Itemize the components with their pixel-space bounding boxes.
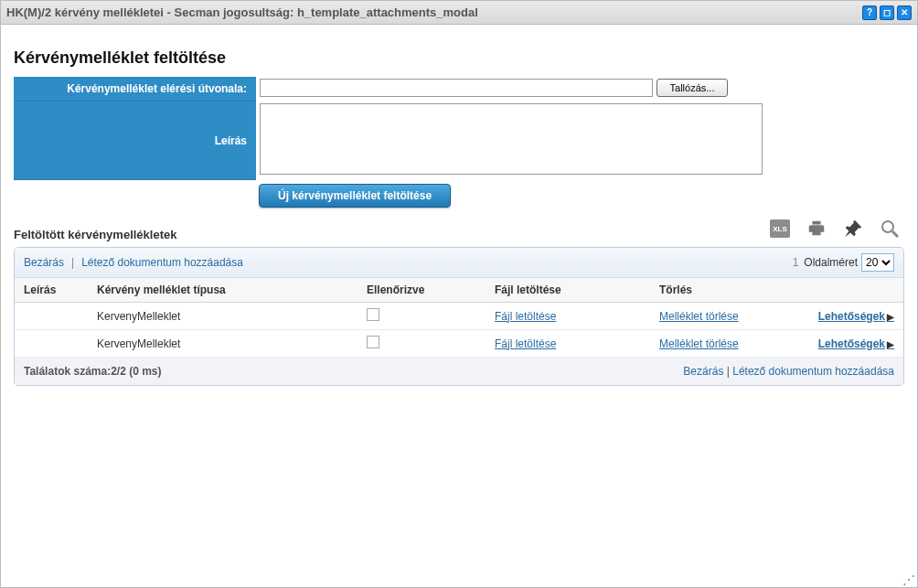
cell-type: KervenyMelleklet <box>97 337 367 350</box>
resize-grip-icon[interactable]: ⋰ <box>902 572 915 585</box>
col-desc-header: Leírás <box>24 283 97 296</box>
path-input[interactable] <box>260 79 653 97</box>
upload-button[interactable]: Új kérvénymelléklet feltöltése <box>259 184 451 208</box>
chevron-right-icon: ▶ <box>887 312 894 322</box>
cell-type: KervenyMelleklet <box>97 310 367 323</box>
modal-window: HK(M)/2 kérvény mellékletei - Secman jog… <box>0 0 918 588</box>
page-number: 1 <box>793 256 799 269</box>
close-link-bottom[interactable]: Bezárás <box>683 365 723 378</box>
table-row: KervenyMelleklet Fájl letöltése Mellékle… <box>15 303 903 330</box>
print-icon[interactable] <box>804 216 829 241</box>
download-link[interactable]: Fájl letöltése <box>495 337 556 350</box>
pagesize-select[interactable]: 20 <box>861 253 894 272</box>
checkbox-icon[interactable] <box>367 308 379 321</box>
close-button[interactable]: ✕ <box>897 5 912 20</box>
pagesize-label: Oldalméret <box>804 256 858 269</box>
download-link[interactable]: Fájl letöltése <box>495 310 556 323</box>
help-button[interactable]: ? <box>862 5 877 20</box>
export-xls-icon[interactable]: XLS <box>767 216 793 241</box>
svg-line-1 <box>892 231 898 237</box>
pin-icon[interactable] <box>840 216 866 241</box>
col-type-header: Kérvény melléklet típusa <box>97 283 367 296</box>
add-existing-link-bottom[interactable]: Létező dokumentum hozzáadása <box>732 365 894 378</box>
delete-link[interactable]: Melléklet törlése <box>659 310 739 323</box>
grid-header: Leírás Kérvény melléklet típusa Ellenőri… <box>15 277 903 303</box>
options-link[interactable]: Lehetőségek▶ <box>818 310 894 323</box>
path-label: Kérvénymelléklet elérési útvonala: <box>14 77 256 102</box>
search-icon[interactable] <box>877 216 902 241</box>
desc-label: Leírás <box>14 102 256 180</box>
browse-button[interactable]: Tallózás... <box>656 79 728 97</box>
cell-check <box>367 308 495 324</box>
delete-link[interactable]: Melléklet törlése <box>659 337 739 350</box>
grid-top-bar: Bezárás | Létező dokumentum hozzáadása 1… <box>15 248 903 277</box>
grid-toolbar: XLS <box>767 216 902 241</box>
options-link[interactable]: Lehetőségek▶ <box>818 337 894 350</box>
maximize-button[interactable]: ◻ <box>880 5 894 20</box>
cell-check <box>367 336 495 351</box>
col-del-header: Törlés <box>659 283 796 296</box>
chevron-right-icon: ▶ <box>887 339 894 349</box>
result-count: Találatok száma:2/2 (0 ms) <box>24 365 162 378</box>
desc-textarea[interactable] <box>260 103 763 175</box>
window-title: HK(M)/2 kérvény mellékletei - Secman jog… <box>6 5 862 19</box>
col-check-header: Ellenőrizve <box>367 283 495 296</box>
window-buttons: ? ◻ ✕ <box>862 5 912 20</box>
col-opt-header <box>796 283 894 296</box>
table-row: KervenyMelleklet Fájl letöltése Mellékle… <box>15 330 903 358</box>
svg-point-0 <box>882 221 893 232</box>
titlebar: HK(M)/2 kérvény mellékletei - Secman jog… <box>1 1 917 25</box>
attachments-grid: Bezárás | Létező dokumentum hozzáadása 1… <box>14 247 904 386</box>
close-link-top[interactable]: Bezárás <box>24 256 64 269</box>
grid-footer: Találatok száma:2/2 (0 ms) Bezárás | Lét… <box>15 358 903 385</box>
checkbox-icon[interactable] <box>367 336 379 348</box>
upload-section-title: Kérvénymelléklet feltöltése <box>14 48 904 68</box>
add-existing-link-top[interactable]: Létező dokumentum hozzáadása <box>81 256 243 269</box>
col-file-header: Fájl letöltése <box>495 283 659 296</box>
